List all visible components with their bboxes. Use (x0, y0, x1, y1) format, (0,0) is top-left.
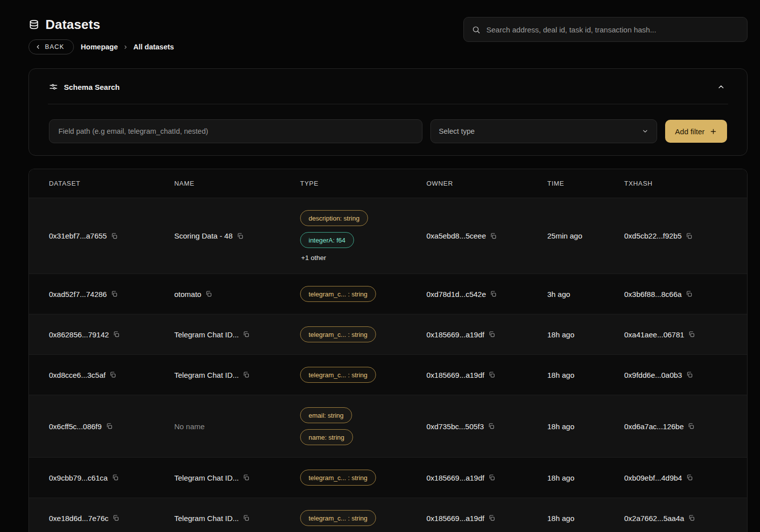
copy-icon[interactable] (686, 474, 693, 481)
dataset-cell: 0x31ebf7...a7655 (49, 232, 174, 240)
txhash-cell: 0xd6a7ac...126be (624, 422, 727, 431)
chevron-right-icon (123, 44, 128, 50)
schema-search-title-row: Schema Search (49, 82, 120, 91)
type-select[interactable]: Select type (430, 119, 657, 143)
owner-cell: 0xa5ebd8...5ceee (426, 232, 547, 240)
owner-hash: 0x185669...a19df (426, 330, 484, 339)
dataset-cell: 0x9cbb79...c61ca (49, 474, 174, 482)
copy-icon[interactable] (490, 233, 497, 240)
copy-icon[interactable] (113, 331, 120, 338)
top-bar-left: Datasets BACK Homepage All datasets (28, 17, 174, 54)
time-value: 25min ago (547, 232, 582, 240)
table-row[interactable]: 0x9cbb79...c61ca Telegram Chat ID... tel… (29, 457, 747, 498)
search-icon (472, 25, 480, 34)
txhash-cell: 0x9fdd6e...0a0b3 (624, 371, 727, 379)
breadcrumb-home[interactable]: Homepage (81, 43, 118, 51)
owner-cell: 0xd735bc...505f3 (426, 422, 547, 431)
copy-icon[interactable] (686, 290, 693, 297)
copy-icon[interactable] (111, 233, 118, 240)
copy-icon[interactable] (243, 331, 250, 338)
copy-icon[interactable] (109, 371, 116, 378)
back-label: BACK (45, 43, 64, 50)
txhash-cell: 0xa41aee...06781 (624, 330, 727, 339)
dataset-name: Telegram Chat ID... (174, 330, 239, 339)
name-cell: otomato (174, 290, 300, 298)
dataset-hash: 0xd8cce6...3c5af (49, 371, 105, 379)
type-cell: email: string name: string (300, 407, 426, 445)
dataset-cell: 0xe18d6d...7e76c (49, 514, 174, 523)
dataset-name: No name (174, 422, 205, 431)
field-path-input[interactable] (49, 119, 422, 143)
chevron-up-icon (717, 83, 725, 91)
dataset-cell: 0x6cff5c...086f9 (49, 422, 174, 431)
table-row[interactable]: 0xd8cce6...3c5af Telegram Chat ID... tel… (29, 354, 747, 395)
dataset-hash: 0x862856...79142 (49, 330, 109, 339)
dataset-name: Telegram Chat ID... (174, 474, 239, 482)
copy-icon[interactable] (688, 515, 695, 522)
time-value: 18h ago (547, 422, 574, 431)
txhash-cell: 0xd5cb22...f92b5 (624, 232, 727, 240)
tx-hash: 0xa41aee...06781 (624, 330, 684, 339)
dataset-name: Telegram Chat ID... (174, 514, 239, 523)
type-pill: integerA: f64 (300, 232, 354, 248)
txhash-cell: 0x2a7662...5aa4a (624, 514, 727, 523)
copy-icon[interactable] (488, 515, 495, 522)
copy-icon[interactable] (688, 331, 695, 338)
table-row[interactable]: 0x6cff5c...086f9 No name email: string n… (29, 395, 747, 457)
back-button[interactable]: BACK (28, 39, 74, 54)
time-value: 18h ago (547, 371, 574, 379)
col-time: TIME (547, 180, 624, 187)
type-cell: telegram_c... : string (300, 510, 426, 526)
name-cell: Telegram Chat ID... (174, 514, 300, 523)
copy-icon[interactable] (106, 423, 113, 430)
tx-hash: 0xb09ebf...4d9b4 (624, 474, 682, 482)
type-pill: telegram_c... : string (300, 326, 376, 342)
copy-icon[interactable] (112, 474, 119, 481)
owner-hash: 0x185669...a19df (426, 474, 484, 482)
copy-icon[interactable] (488, 331, 495, 338)
copy-icon[interactable] (488, 474, 495, 481)
global-search[interactable] (463, 17, 748, 42)
schema-search-title: Schema Search (64, 83, 120, 91)
owner-cell: 0x185669...a19df (426, 330, 547, 339)
tx-hash: 0x3b6f88...8c66a (624, 290, 682, 298)
table-row[interactable]: 0xad52f7...74286 otomato telegram_c... :… (29, 273, 747, 314)
copy-icon[interactable] (237, 233, 244, 240)
owner-cell: 0x185669...a19df (426, 371, 547, 379)
chevron-left-icon (35, 44, 41, 50)
dataset-name: Telegram Chat ID... (174, 371, 239, 379)
col-dataset: DATASET (49, 180, 174, 187)
copy-icon[interactable] (686, 233, 693, 240)
dataset-cell: 0xad52f7...74286 (49, 290, 174, 298)
copy-icon[interactable] (686, 371, 693, 378)
copy-icon[interactable] (488, 423, 495, 430)
table-header: DATASET NAME TYPE OWNER TIME TXHASH (29, 169, 747, 198)
table-row[interactable]: 0x862856...79142 Telegram Chat ID... tel… (29, 314, 747, 354)
title-row: Datasets (28, 17, 174, 32)
more-types-label: +1 other (300, 254, 326, 262)
filter-sliders-icon (49, 82, 58, 91)
col-name: NAME (174, 180, 300, 187)
dataset-name: otomato (174, 290, 201, 298)
copy-icon[interactable] (112, 515, 119, 522)
name-cell: Telegram Chat ID... (174, 330, 300, 339)
collapse-panel-button[interactable] (715, 81, 727, 93)
tx-hash: 0x9fdd6e...0a0b3 (624, 371, 682, 379)
time-value: 18h ago (547, 474, 574, 482)
table-row[interactable]: 0x31ebf7...a7655 Scoring Data - 48 descr… (29, 198, 747, 273)
copy-icon[interactable] (243, 515, 250, 522)
copy-icon[interactable] (490, 290, 497, 297)
search-input[interactable] (485, 25, 739, 34)
table-row[interactable]: 0xe18d6d...7e76c Telegram Chat ID... tel… (29, 498, 747, 532)
breadcrumb-current: All datasets (133, 43, 174, 51)
add-filter-button[interactable]: Add filter (665, 120, 727, 143)
owner-hash: 0xa5ebd8...5ceee (426, 232, 486, 240)
time-value: 18h ago (547, 330, 574, 339)
copy-icon[interactable] (688, 423, 695, 430)
copy-icon[interactable] (111, 290, 118, 297)
dataset-hash: 0x31ebf7...a7655 (49, 232, 107, 240)
copy-icon[interactable] (205, 290, 212, 297)
copy-icon[interactable] (243, 474, 250, 481)
copy-icon[interactable] (488, 371, 495, 378)
copy-icon[interactable] (243, 371, 250, 378)
